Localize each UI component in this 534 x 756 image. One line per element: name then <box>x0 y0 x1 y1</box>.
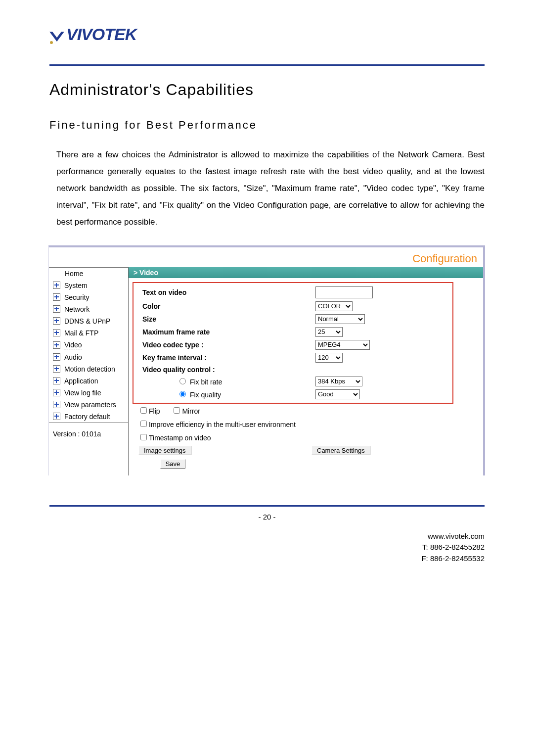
sidebar-item-label: Audio <box>64 353 82 361</box>
expand-icon <box>53 329 60 336</box>
brand-name: VIVOTEK <box>66 25 136 44</box>
label-text-on-video: Text on video <box>142 288 315 296</box>
expand-icon <box>53 341 60 349</box>
radio-fix-bitrate[interactable] <box>179 378 186 384</box>
select-color[interactable]: COLOR <box>315 301 353 311</box>
label-timestamp: Timestamp on video <box>149 434 211 442</box>
sidebar-item-security[interactable]: Security <box>49 291 128 303</box>
sidebar-item-audio[interactable]: Audio <box>49 351 128 363</box>
config-panel: Configuration Home System Security Netwo… <box>48 245 485 475</box>
label-vqc: Video quality control : <box>142 366 315 374</box>
svg-marker-0 <box>49 32 64 42</box>
sidebar-item-label: Network <box>64 305 89 313</box>
version-label: Version : 0101a <box>49 423 128 445</box>
footer-fax: F: 886-2-82455532 <box>49 553 485 565</box>
sidebar-item-label: View log file <box>64 389 101 397</box>
select-codec[interactable]: MPEG4 <box>315 340 370 350</box>
radio-fix-quality[interactable] <box>179 391 186 397</box>
sidebar-item-label: Mail & FTP <box>64 329 98 337</box>
sidebar-item-system[interactable]: System <box>49 280 128 291</box>
sidebar-item-label: Motion detection <box>64 365 115 373</box>
sidebar-item-factory[interactable]: Factory default <box>49 411 128 423</box>
expand-icon <box>53 365 60 373</box>
checkbox-timestamp[interactable] <box>140 434 147 440</box>
sidebar-item-label: Application <box>64 377 98 385</box>
input-text-on-video[interactable] <box>315 286 373 298</box>
sidebar-item-label: DDNS & UPnP <box>64 317 110 325</box>
label-mirror: Mirror <box>182 407 200 415</box>
expand-icon <box>53 413 60 420</box>
expand-icon <box>53 377 60 384</box>
divider <box>49 64 485 66</box>
expand-icon <box>53 317 60 325</box>
sidebar-item-label: Factory default <box>64 413 110 421</box>
sidebar-item-network[interactable]: Network <box>49 303 128 315</box>
expand-icon <box>53 293 60 301</box>
sidebar-item-label: System <box>64 282 88 289</box>
logo: VIVOTEK <box>49 25 485 45</box>
section-title: Fine-tuning for Best Performance <box>49 119 485 132</box>
camera-settings-button[interactable]: Camera Settings <box>312 446 370 455</box>
sidebar-item-viewlog[interactable]: View log file <box>49 387 128 399</box>
expand-icon <box>53 353 60 361</box>
checkbox-mirror[interactable] <box>174 407 180 414</box>
sidebar-item-label: View parameters <box>64 401 116 409</box>
checkbox-flip[interactable] <box>140 407 147 414</box>
sidebar-item-home[interactable]: Home <box>49 268 128 280</box>
highlighted-settings: Text on video Color COLOR Size Normal Ma… <box>133 282 453 404</box>
label-improve: Improve efficiency in the multi-user env… <box>149 421 296 428</box>
sidebar-item-application[interactable]: Application <box>49 375 128 387</box>
sidebar-item-ddns[interactable]: DDNS & UPnP <box>49 315 128 327</box>
divider <box>49 505 485 507</box>
label-codec: Video codec type : <box>142 341 315 349</box>
config-main: > Video Text on video Color COLOR Size N… <box>129 267 483 475</box>
expand-icon <box>53 282 60 289</box>
select-kfi[interactable]: 120 <box>315 353 343 363</box>
section-bar: > Video <box>129 267 483 278</box>
svg-point-1 <box>50 41 53 44</box>
select-size[interactable]: Normal <box>315 314 365 324</box>
label-fix-bitrate: Fix bit rate <box>190 378 222 386</box>
label-color: Color <box>142 302 315 310</box>
save-button[interactable]: Save <box>160 459 186 469</box>
select-bitrate[interactable]: 384 Kbps <box>315 377 362 386</box>
sidebar-item-label: Video <box>64 341 82 349</box>
checkbox-improve[interactable] <box>140 421 147 427</box>
label-size: Size <box>142 315 315 323</box>
label-kfi: Key frame interval : <box>142 354 315 362</box>
label-fix-quality: Fix quality <box>190 391 221 399</box>
body-text: There are a few choices the Administrato… <box>49 146 485 231</box>
config-title: Configuration <box>49 247 483 267</box>
page-number: - 20 - <box>49 513 485 521</box>
footer-tel: T: 886-2-82455282 <box>49 542 485 553</box>
footer-info: www.vivotek.com T: 886-2-82455282 F: 886… <box>49 531 485 565</box>
footer-url: www.vivotek.com <box>49 531 485 542</box>
expand-icon <box>53 401 60 408</box>
sidebar: Home System Security Network DDNS & UPnP <box>49 267 129 475</box>
sidebar-item-label: Security <box>64 293 89 301</box>
page-title: Administrator's Capabilities <box>49 81 485 99</box>
select-quality[interactable]: Good <box>315 389 360 399</box>
sidebar-item-mailftp[interactable]: Mail & FTP <box>49 327 128 339</box>
logo-icon <box>49 32 64 45</box>
image-settings-button[interactable]: Image settings <box>138 446 191 455</box>
sidebar-item-video[interactable]: Video <box>49 339 128 351</box>
sidebar-item-label: Home <box>65 270 83 278</box>
sidebar-item-viewparams[interactable]: View parameters <box>49 399 128 411</box>
expand-icon <box>53 389 60 396</box>
expand-icon <box>53 305 60 313</box>
label-maxfr: Maximum frame rate <box>142 328 315 336</box>
sidebar-item-motion[interactable]: Motion detection <box>49 363 128 375</box>
select-maxfr[interactable]: 25 <box>315 327 343 337</box>
label-flip: Flip <box>149 407 160 415</box>
